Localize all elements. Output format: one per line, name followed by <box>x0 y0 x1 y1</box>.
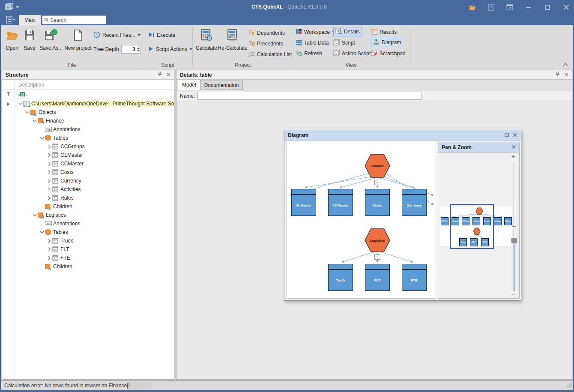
tree-item-flt[interactable]: FLT <box>15 245 174 254</box>
diagram-window-titlebar[interactable]: Diagram <box>284 130 521 141</box>
spin-down-icon[interactable] <box>137 50 140 52</box>
app-menu-caret-icon[interactable] <box>16 6 19 8</box>
precedents-button[interactable]: Precedents <box>248 39 283 48</box>
tree-item-activities[interactable]: Activities <box>15 185 174 194</box>
structure-filter-row[interactable]: aBc <box>2 90 174 99</box>
minimap-viewport[interactable] <box>450 204 494 249</box>
tree-item-costs[interactable]: Costs <box>15 168 174 177</box>
chevron-expanded-icon[interactable] <box>39 137 45 139</box>
tree-item-rules[interactable]: Rules <box>15 194 174 202</box>
chevron-collapsed-icon[interactable] <box>46 196 52 200</box>
search-input[interactable] <box>50 17 102 23</box>
tree-depth-stepper[interactable] <box>121 45 141 54</box>
tree-item-logistics[interactable]: Logistics <box>15 211 174 219</box>
structure-column-header[interactable]: Description <box>2 80 174 90</box>
close-icon[interactable] <box>513 132 517 138</box>
recent-files-button[interactable]: Recent Files... <box>93 30 141 40</box>
chevron-expanded-icon[interactable] <box>17 102 23 105</box>
tree-item-finance[interactable]: Finance <box>15 117 174 125</box>
chevron-collapsed-icon[interactable] <box>46 170 52 174</box>
tree-item-truck[interactable]: Truck <box>15 236 174 245</box>
chevron-collapsed-icon[interactable] <box>46 162 52 166</box>
script-actions-button[interactable]: Script Actions <box>149 45 193 54</box>
name-field[interactable] <box>197 92 422 100</box>
tree-item-ccgroups[interactable]: CCGroups <box>15 142 174 151</box>
tree-item-currency[interactable]: Currency <box>15 177 174 185</box>
tree-item-children[interactable]: Children <box>15 202 174 211</box>
chevron-collapsed-icon[interactable] <box>46 179 52 183</box>
save-button[interactable]: Save <box>21 27 38 60</box>
dock-window-icon[interactable] <box>506 4 513 11</box>
tree-item-objects[interactable]: Objects <box>15 108 174 117</box>
refresh-button[interactable]: Refresh <box>296 49 322 58</box>
resize-grip[interactable] <box>567 383 572 389</box>
diagram-node-fte[interactable]: FTE <box>402 264 427 291</box>
chevron-expanded-icon[interactable] <box>31 214 38 216</box>
calculation-list-button[interactable]: 12 Calculation List <box>248 50 292 59</box>
chevron-collapsed-icon[interactable] <box>46 153 52 157</box>
tree-item-fte[interactable]: FTE <box>15 254 174 262</box>
maximize-button[interactable] <box>544 4 551 11</box>
tree-item-c-users-markdiamond-onedrive-primethought-software-solution[interactable]: fx+C:\Users\MarkDiamond\OneDrive - Prime… <box>15 99 174 108</box>
close-panel-icon[interactable] <box>564 72 568 78</box>
zoom-slider-track-filled[interactable] <box>514 243 514 291</box>
diagram-node-costs[interactable]: Costs <box>365 189 390 216</box>
minimize-button[interactable] <box>525 4 532 11</box>
diagram-window[interactable]: Diagram <box>284 130 521 301</box>
save-as-button[interactable]: ... Save As... <box>39 27 63 60</box>
diagram-node-truck[interactable]: Truck <box>328 264 353 291</box>
table-data-button[interactable]: Table Data <box>296 38 329 48</box>
pin-icon[interactable] <box>158 72 162 78</box>
close-panel-icon[interactable] <box>166 72 170 78</box>
execute-button[interactable]: Execute <box>149 30 175 40</box>
diagram-node-currency[interactable]: Currency <box>402 189 427 216</box>
filter-funnel-icon[interactable] <box>6 91 11 97</box>
column-header-description[interactable]: Description <box>15 80 44 90</box>
scratchpad-button[interactable]: Scratchpad <box>371 49 406 58</box>
chevron-expanded-icon[interactable] <box>39 231 45 233</box>
action-script-button[interactable]: fx Action Script <box>333 49 371 58</box>
zoom-slider-thumb[interactable] <box>511 238 517 243</box>
app-icon[interactable]: fx <box>5 3 13 12</box>
collapse-finance-button[interactable]: − <box>374 180 380 185</box>
chevron-collapsed-icon[interactable] <box>46 239 52 243</box>
open-recent-titlebar-icon[interactable] <box>469 4 475 11</box>
diagram-node-flt[interactable]: FLT <box>365 264 390 291</box>
tree-item-tables[interactable]: Tables <box>15 228 174 236</box>
tab-main[interactable]: Main <box>19 15 41 25</box>
results-button[interactable]: ab Results <box>371 27 397 37</box>
zoom-out-button[interactable]: − <box>511 291 515 297</box>
diagram-button[interactable]: Diagram <box>371 38 403 47</box>
tree-item-annotations[interactable]: ABAnnotations <box>15 125 174 134</box>
tab-documentation[interactable]: Documentation <box>200 81 243 90</box>
collapse-logistics-button[interactable]: − <box>374 254 380 260</box>
calculate-button[interactable]: Calculate <box>195 27 218 60</box>
pin-icon[interactable] <box>556 72 560 78</box>
tree-depth-input[interactable] <box>122 46 135 52</box>
quick-menu-icon[interactable] <box>6 16 15 25</box>
help-icon[interactable]: ? <box>487 4 494 11</box>
close-icon[interactable] <box>511 144 516 150</box>
tree-item-ccmaster[interactable]: CCMaster <box>15 159 174 168</box>
diagram-node-ccmaster[interactable]: CCMaster <box>328 189 353 216</box>
tree-item-glmaster[interactable]: GLMaster <box>15 151 174 159</box>
zoom-in-button[interactable]: + <box>511 153 515 160</box>
script-view-button[interactable]: fx Script <box>333 38 355 48</box>
diagram-canvas[interactable]: Finance − Logistics − GLMasterCCMasterCo… <box>287 142 436 299</box>
chevron-expanded-icon[interactable] <box>31 120 38 122</box>
chevron-expanded-icon[interactable] <box>24 111 30 114</box>
chevron-collapsed-icon[interactable] <box>46 187 52 192</box>
recalculate-button[interactable]: Re-Calculate <box>218 27 247 60</box>
maximize-icon[interactable] <box>505 132 509 138</box>
finance-hexagon-node[interactable]: Finance <box>364 153 391 178</box>
tree-item-tables[interactable]: Tables <box>15 134 174 142</box>
diagram-node-glmaster[interactable]: GLMaster <box>291 189 316 216</box>
workspace-button[interactable]: Workspace <box>296 27 335 37</box>
dependents-button[interactable]: Dependents <box>248 28 285 38</box>
open-button[interactable]: Open <box>3 27 21 60</box>
details-button[interactable]: Details <box>333 27 362 36</box>
chevron-collapsed-icon[interactable] <box>46 247 52 251</box>
match-case-icon[interactable]: aBc <box>15 90 27 99</box>
chevron-collapsed-icon[interactable] <box>46 256 52 260</box>
tree-item-children[interactable]: Children <box>15 262 174 271</box>
